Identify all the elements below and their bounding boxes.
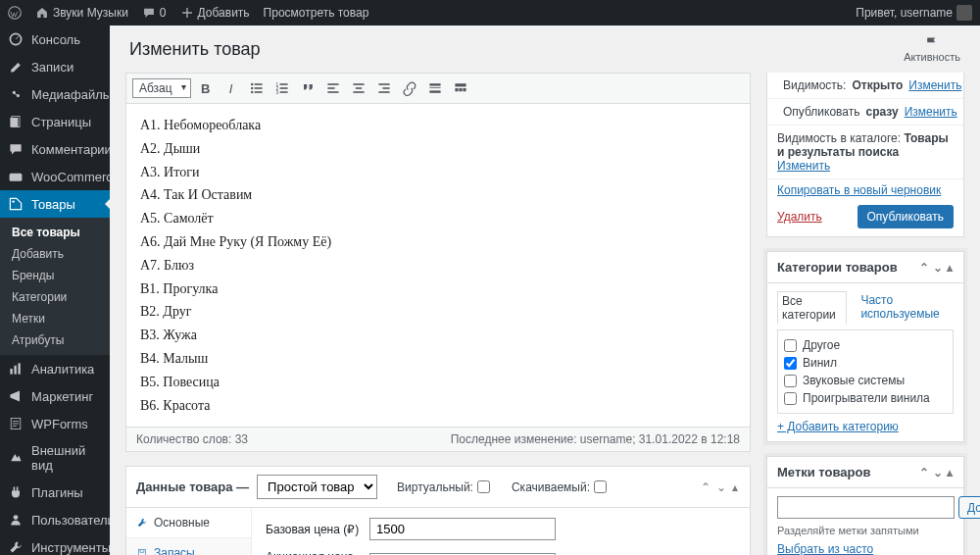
category-item[interactable]: Проигрыватели винила: [784, 389, 947, 407]
sidebar-item-posts[interactable]: Записи: [0, 53, 110, 80]
svg-rect-47: [463, 88, 466, 91]
svg-point-24: [251, 91, 253, 93]
box-up-icon[interactable]: ⌃: [918, 261, 930, 275]
svg-rect-48: [138, 550, 145, 555]
sidebar-item-tools[interactable]: Инструменты: [0, 533, 110, 555]
editor-body[interactable]: A1. НебомореоблакаA2. ДышиA3. ИтогиA4. Т…: [126, 104, 750, 427]
greeting[interactable]: Привет, username: [856, 5, 972, 21]
publish-box: Видимость: Открыто Изменить Опубликовать…: [766, 73, 964, 237]
comments-link[interactable]: 0: [142, 6, 167, 20]
svg-rect-33: [327, 87, 334, 89]
main-content: Изменить товар Активность Абзац B I 123: [110, 25, 980, 555]
format-select[interactable]: Абзац: [132, 78, 191, 98]
submenu-all-products[interactable]: Все товары: [0, 222, 110, 243]
trash-link[interactable]: Удалить: [777, 210, 822, 224]
sidebar-item-wpforms[interactable]: WPForms: [0, 410, 110, 437]
add-tag-button[interactable]: Добавить: [958, 496, 980, 519]
submenu-brands[interactable]: Бренды: [0, 265, 110, 286]
svg-rect-25: [254, 91, 262, 93]
svg-rect-37: [353, 91, 364, 93]
category-item[interactable]: Звуковые системы: [784, 372, 947, 389]
numbered-list-button[interactable]: 123: [271, 77, 293, 99]
submenu-categories[interactable]: Категории: [0, 286, 110, 308]
box-collapse-icon[interactable]: ▴: [946, 261, 954, 275]
categories-box: Категории товаров ⌃⌄▴ Все категории Част…: [766, 251, 964, 442]
bold-button[interactable]: B: [195, 77, 217, 99]
svg-rect-32: [327, 83, 338, 85]
toolbar-toggle-button[interactable]: [450, 77, 471, 99]
wp-logo[interactable]: [8, 6, 22, 20]
sidebar-item-marketing[interactable]: Маркетинг: [0, 382, 110, 410]
svg-text:3: 3: [275, 90, 278, 95]
activity-link[interactable]: Активность: [904, 35, 960, 63]
italic-button[interactable]: I: [220, 77, 242, 99]
category-checkbox[interactable]: [784, 357, 797, 370]
choose-tags-link[interactable]: Выбрать из часто используемых меток: [777, 542, 954, 555]
regular-price-label: Базовая цена (₽): [266, 523, 360, 536]
regular-price-input[interactable]: [369, 518, 556, 540]
edit-catalog-vis-link[interactable]: Изменить: [777, 159, 830, 173]
product-data-tabs: Основные Запасы Доставка: [126, 508, 252, 555]
submenu-attributes[interactable]: Атрибуты: [0, 329, 110, 351]
svg-point-0: [9, 7, 22, 20]
publish-button[interactable]: Опубликовать: [858, 205, 954, 228]
page-title: Изменить товар: [129, 39, 261, 60]
panel-toggle[interactable]: ⌃⌄▴: [699, 480, 740, 494]
align-right-button[interactable]: [373, 77, 395, 99]
cat-tab-all[interactable]: Все категории: [777, 291, 847, 325]
category-checkbox[interactable]: [784, 392, 797, 405]
tags-box: Метки товаров ⌃⌄▴ Добавить Разделяйте ме…: [766, 456, 964, 555]
svg-point-20: [251, 83, 253, 85]
svg-rect-39: [382, 87, 389, 89]
sidebar-item-analytics[interactable]: Аналитика: [0, 355, 110, 382]
pd-tab-inventory[interactable]: Запасы: [126, 538, 251, 555]
sidebar-item-media[interactable]: Медиафайлы: [0, 80, 110, 108]
add-new-link[interactable]: Добавить: [180, 6, 250, 20]
link-button[interactable]: [399, 77, 420, 99]
cat-tab-freq[interactable]: Часто используемые: [857, 291, 954, 324]
blockquote-button[interactable]: [297, 77, 318, 99]
svg-rect-40: [378, 91, 389, 93]
edit-publish-link[interactable]: Изменить: [905, 105, 957, 119]
align-left-button[interactable]: [322, 77, 344, 99]
box-down-icon[interactable]: ⌄: [932, 261, 944, 275]
bullet-list-button[interactable]: [246, 77, 268, 99]
sidebar-item-users[interactable]: Пользователи: [0, 506, 110, 533]
sidebar-item-dashboard[interactable]: Консоль: [0, 25, 110, 53]
svg-rect-46: [459, 88, 462, 91]
svg-point-22: [251, 87, 253, 89]
sidebar-item-products[interactable]: Товары: [0, 190, 110, 218]
copy-draft-link[interactable]: Копировать в новый черновик: [767, 179, 963, 197]
view-product-link[interactable]: Просмотреть товар: [264, 6, 369, 20]
svg-rect-31: [279, 91, 287, 93]
submenu-tags[interactable]: Метки: [0, 308, 110, 329]
tag-input[interactable]: [777, 496, 955, 519]
word-count: Количество слов: 33: [136, 432, 248, 446]
edit-visibility-link[interactable]: Изменить: [908, 78, 961, 92]
category-checkbox[interactable]: [784, 375, 797, 387]
readmore-button[interactable]: [424, 77, 446, 99]
products-submenu: Все товары Добавить Бренды Категории Мет…: [0, 218, 110, 355]
svg-rect-27: [279, 83, 287, 85]
site-name: Звуки Музыки: [53, 6, 128, 20]
site-home-link[interactable]: Звуки Музыки: [35, 6, 128, 20]
submenu-add[interactable]: Добавить: [0, 243, 110, 265]
virtual-checkbox[interactable]: [477, 480, 490, 493]
sidebar-item-woocommerce[interactable]: WooCommerce: [0, 163, 110, 190]
align-center-button[interactable]: [348, 77, 369, 99]
pd-tab-general[interactable]: Основные: [126, 508, 251, 538]
svg-rect-6: [10, 174, 23, 181]
category-item[interactable]: Винил: [784, 354, 947, 372]
category-checkbox[interactable]: [784, 339, 797, 352]
sidebar-item-plugins[interactable]: Плагины: [0, 479, 110, 506]
category-item[interactable]: Другое: [784, 336, 947, 354]
sidebar-item-pages[interactable]: Страницы: [0, 108, 110, 135]
svg-rect-10: [18, 363, 20, 374]
product-type-select[interactable]: Простой товар: [257, 475, 377, 499]
svg-rect-36: [355, 87, 361, 89]
sidebar-item-appearance[interactable]: Внешний вид: [0, 437, 110, 479]
add-category-link[interactable]: + Добавить категорию: [777, 420, 899, 433]
sidebar-item-comments[interactable]: Комментарии: [0, 135, 110, 163]
downloadable-checkbox[interactable]: [594, 480, 607, 493]
page-header: Изменить товар Активность: [110, 25, 980, 73]
